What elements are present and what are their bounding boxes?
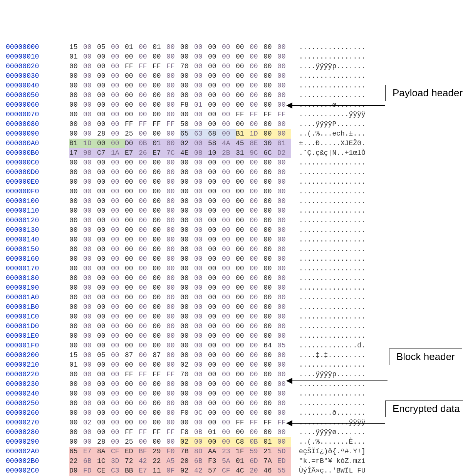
hex-byte: 00 [236,350,250,360]
hex-byte: 00 [69,235,83,245]
hex-byte: 17 [69,148,83,158]
arrow-encrypted-data [287,423,385,424]
hex-byte: E7 [83,447,97,456]
hex-byte: 00 [250,235,263,245]
hex-byte: 25 [125,129,139,139]
hex-byte: 01 [153,139,166,148]
hex-byte: 00 [222,225,236,235]
hex-byte: 00 [111,52,125,62]
hex-byte: 00 [166,322,180,331]
hex-byte: 00 [194,52,208,62]
hex-byte: 00 [97,360,111,370]
hex-byte: 00 [97,254,111,264]
hex-byte: 00 [250,273,263,283]
hex-byte: 00 [263,283,277,293]
hex-byte: 00 [222,350,236,360]
hex-byte: 00 [166,139,180,148]
hex-row: 0000013000000000000000000000000000000000… [6,225,463,235]
hex-byte: 00 [83,206,97,216]
hex-byte: 00 [97,302,111,312]
hex-byte: 00 [97,168,111,177]
hex-byte: FF [166,427,180,437]
hex-byte: 00 [222,437,236,447]
hex-byte: 00 [263,119,277,129]
offset: 00000000 [6,42,69,52]
hex-byte: 87 [125,350,139,360]
hex-byte: 00 [111,206,125,216]
hex-byte: 00 [97,216,111,225]
hex-bytes: 000028002500000002000000C80B0100 [69,437,291,447]
hex-byte: 00 [69,119,83,129]
hex-byte: 00 [236,312,250,322]
hex-byte: 00 [277,283,291,293]
hex-byte: 00 [236,52,250,62]
hex-byte: 00 [166,52,180,62]
hex-byte: 00 [153,379,166,389]
hex-byte: 00 [208,158,222,168]
hex-byte: 00 [250,254,263,264]
hex-byte: FF [125,370,139,379]
ascii: ................ [299,302,366,312]
hex-byte: 00 [125,71,139,81]
hex-byte: 00 [69,341,83,350]
hex-bytes: 00000000000000000000000000000000 [69,245,291,254]
hex-byte: 00 [277,360,291,370]
hex-bytes: 00000000000000000000000000000000 [69,168,291,177]
hex-byte: 00 [153,235,166,245]
hex-byte: 00 [166,177,180,187]
hex-byte: 00 [208,370,222,379]
arrow-payload-header [287,105,385,106]
hex-byte: 00 [125,418,139,427]
hex-byte: 00 [139,264,153,273]
hex-byte: 00 [194,196,208,206]
offset: 00000280 [6,427,69,437]
ascii: ................ [299,273,366,283]
hex-byte: 00 [139,331,153,341]
hex-byte: 00 [277,177,291,187]
hex-byte: FF [139,119,153,129]
hex-byte: 00 [236,322,250,331]
hex-row: 000000A0B11D0000D00B01000200584A458E3081… [6,139,463,148]
hex-byte: 58 [208,139,222,148]
hex-bytes: 00000000FFFFFFFF5000000000000000 [69,119,291,129]
hex-byte: 00 [194,379,208,389]
hex-byte: 00 [97,370,111,379]
hex-byte: 00 [111,225,125,235]
hex-byte: FF [263,110,277,119]
hex-byte: 00 [236,389,250,399]
hex-byte: 00 [222,322,236,331]
hex-byte: 00 [194,331,208,341]
offset: 000000F0 [6,187,69,196]
hex-byte: 00 [111,216,125,225]
hex-byte: 70 [180,62,194,71]
hex-byte: 00 [194,360,208,370]
hex-byte: 00 [166,71,180,81]
hex-byte: 00 [83,350,97,360]
hex-byte: 00 [222,360,236,370]
hex-byte: 00 [139,341,153,350]
hex-byte: 00 [97,177,111,187]
ascii: ................ [299,360,366,370]
hex-byte: 01 [153,42,166,52]
hex-byte: 00 [97,71,111,81]
hex-byte: 00 [69,158,83,168]
hex-byte: 00 [263,81,277,91]
offset: 00000090 [6,129,69,139]
hex-row: 00000070000000000000000000000000FFFFFFFF… [6,110,463,119]
hex-byte: 00 [111,399,125,408]
hex-byte: 00 [111,341,125,350]
hex-byte: 00 [139,418,153,427]
hex-row: 000002A065E78ACFEDBF29F07B8DAA231F59215D… [6,447,463,456]
hex-bytes: 00000000000000000000000000000000 [69,71,291,81]
hex-byte: 00 [222,206,236,216]
ascii: ................ [299,245,366,254]
hex-byte: 00 [236,427,250,437]
hex-byte: B1 [236,129,250,139]
hex-byte: 15 [69,350,83,360]
hex-byte: E7 [125,148,139,158]
hex-byte: 00 [97,293,111,302]
hex-byte: 00 [208,264,222,273]
hex-byte: 00 [111,42,125,52]
hex-byte: 00 [153,245,166,254]
hex-byte: 00 [139,168,153,177]
